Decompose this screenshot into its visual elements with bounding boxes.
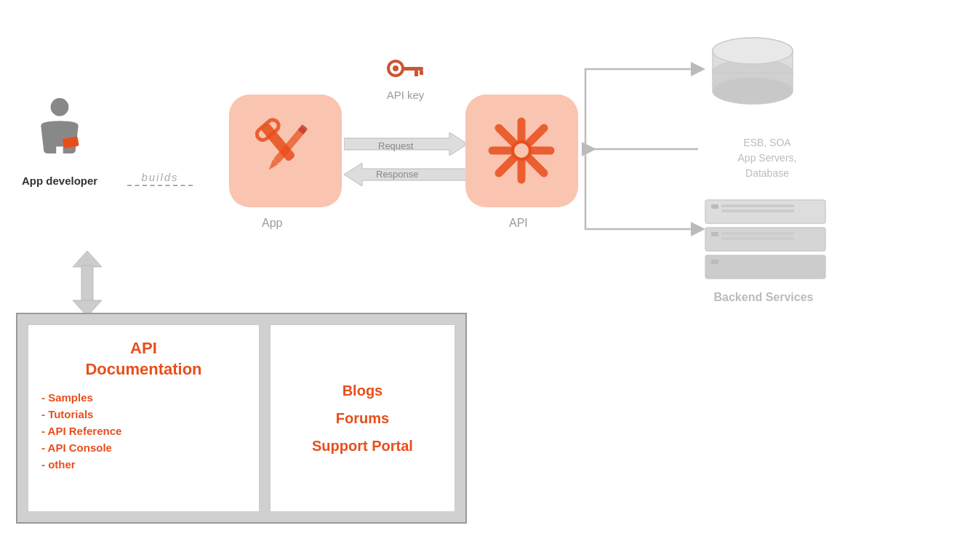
portal-doc-item-2: - Tutorials [41, 408, 246, 420]
api-label: API [509, 217, 528, 230]
svg-point-28 [713, 38, 793, 64]
diagram: App developer builds App [0, 0, 973, 560]
svg-point-0 [51, 98, 69, 116]
double-arrow [65, 251, 109, 316]
svg-marker-41 [73, 251, 102, 267]
svg-rect-32 [721, 209, 794, 212]
portal-doc-item-5: - other [41, 458, 246, 471]
svg-point-8 [393, 65, 399, 71]
app-label: App [262, 217, 282, 230]
svg-rect-11 [420, 71, 423, 75]
api-box [465, 95, 578, 207]
backend-top-label: ESB, SOA App Servers, Database [702, 120, 833, 181]
api-icon-svg [481, 111, 561, 191]
apikey-area: API key [385, 58, 425, 101]
community-support: Support Portal [312, 435, 413, 457]
backend-bottom-label: Backend Services [691, 291, 836, 304]
community-forums: Forums [336, 407, 389, 429]
tool-icon [245, 111, 325, 191]
svg-point-27 [713, 78, 793, 104]
svg-point-18 [513, 142, 530, 159]
svg-rect-31 [721, 204, 794, 207]
svg-rect-9 [401, 67, 423, 71]
person-icon [27, 95, 92, 167]
developer-label: App developer [22, 175, 97, 187]
community-blogs: Blogs [343, 380, 383, 401]
arrow-api-to-backend-bottom [578, 145, 705, 240]
portal-doc-item-4: - API Console [41, 441, 246, 454]
svg-rect-35 [721, 232, 794, 235]
svg-rect-38 [711, 260, 718, 264]
portal-doc-box: API Documentation - Samples - Tutorials … [28, 324, 260, 512]
app-box [229, 95, 342, 207]
svg-rect-10 [415, 71, 418, 76]
key-icon [385, 58, 425, 86]
response-label: Response [376, 169, 419, 180]
svg-rect-42 [81, 265, 93, 302]
developer-area: App developer [22, 95, 97, 187]
builds-label: builds [127, 171, 193, 186]
portal-container: API Documentation - Samples - Tutorials … [16, 313, 467, 524]
apikey-label: API key [387, 89, 425, 101]
backend-top-icon [691, 29, 814, 119]
portal-doc-item-1: - Samples [41, 391, 246, 404]
svg-rect-30 [711, 204, 718, 209]
portal-community-box: Blogs Forums Support Portal [270, 324, 455, 512]
portal-doc-item-3: - API Reference [41, 425, 246, 437]
svg-rect-34 [711, 232, 718, 236]
svg-rect-40 [721, 265, 794, 268]
svg-rect-39 [721, 260, 794, 263]
request-label: Request [378, 140, 413, 151]
portal-doc-title: API Documentation [41, 338, 246, 380]
svg-rect-36 [721, 237, 794, 240]
backend-bottom-icon [698, 196, 833, 287]
